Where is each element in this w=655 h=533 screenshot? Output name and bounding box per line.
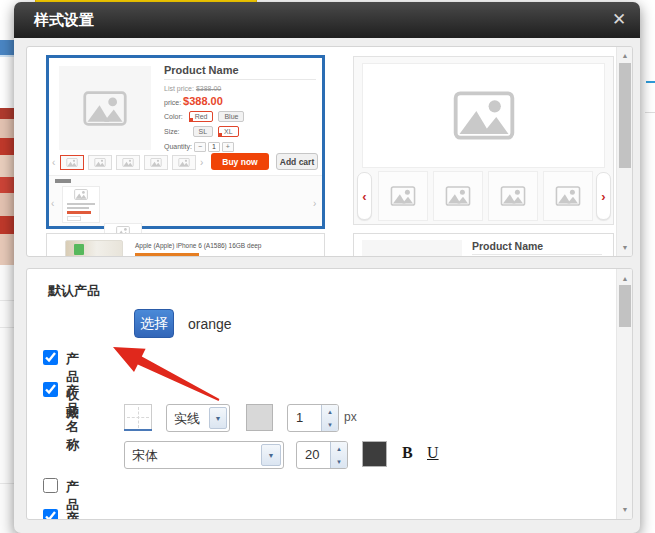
px-unit-label: px (344, 410, 357, 424)
scroll-up-icon[interactable]: ▲ (617, 275, 633, 282)
name-checkbox[interactable] (43, 382, 58, 397)
select-product-button[interactable]: 选择 (134, 309, 174, 338)
underline-button[interactable]: U (427, 444, 439, 462)
description-checkbox[interactable] (43, 478, 58, 493)
related-prev-icon[interactable]: ‹ (51, 199, 54, 209)
scrollbar-thumb[interactable] (619, 285, 631, 327)
spin-down-icon[interactable]: ▼ (331, 455, 347, 468)
thumbnail[interactable] (88, 155, 112, 170)
dropdown-button[interactable]: ▼ (261, 444, 281, 466)
scroll-down-icon[interactable]: ▼ (617, 506, 633, 513)
divider (164, 79, 316, 80)
border-width-value[interactable]: 1 (288, 405, 321, 431)
related-label (55, 179, 71, 183)
screenshot-root: 样式设置 ✕ Product Name List price: $388.00 … (0, 0, 655, 533)
background-right-blue-line (646, 81, 655, 83)
background-divider (0, 327, 14, 328)
thumb-prev-icon[interactable]: ‹ (52, 158, 55, 168)
template-card-list[interactable]: Apple (Apple) iPhone 6 (A1586) 16GB deep (46, 233, 325, 257)
gallery-image-placeholder (362, 63, 605, 168)
annotation-arrow (109, 343, 229, 409)
border-color-swatch[interactable] (246, 404, 273, 431)
thumb-next-icon[interactable]: › (200, 158, 203, 168)
gallery-scrollbar[interactable]: ▲ ▼ (616, 47, 633, 256)
stepper-buttons[interactable]: ▲ ▼ (330, 442, 347, 468)
size-chip-xl[interactable]: XL (218, 126, 239, 137)
border-side-picker[interactable] (124, 404, 152, 431)
border-style-value: 实线 (167, 405, 207, 431)
thumbnail[interactable] (172, 155, 196, 170)
style-settings-dialog: 样式设置 ✕ Product Name List price: $388.00 … (14, 2, 640, 533)
template-card-detail2[interactable]: Product Name List price: $388.00 (353, 233, 614, 257)
related-product-card[interactable] (62, 186, 100, 223)
default-product-label: 默认产品 (48, 282, 100, 300)
price-value: $388.00 (183, 95, 223, 107)
scroll-down-icon[interactable]: ▼ (617, 244, 633, 251)
size-chip-sl[interactable]: SL (193, 126, 214, 137)
scrollbar-thumb[interactable] (619, 63, 631, 168)
attributes-label: 产品属性 (66, 509, 79, 520)
background-left-blue-strip (0, 40, 14, 57)
background-left-promo-image (0, 108, 14, 265)
iphone-screen-detail (74, 244, 84, 255)
border-picker-bottom-active (124, 429, 152, 431)
color-chip-blue[interactable]: Blue (218, 111, 244, 122)
product-image-placeholder (59, 66, 151, 150)
image-icon (453, 91, 515, 140)
attributes-checkbox[interactable] (43, 509, 58, 520)
spin-up-icon[interactable]: ▲ (322, 405, 338, 418)
gallery-next-button[interactable]: › (596, 172, 611, 220)
color-chip-red[interactable]: Red (189, 111, 214, 122)
font-family-value: 宋体 (125, 442, 259, 468)
list-price-label: List price: (164, 85, 194, 92)
background-divider (0, 300, 14, 301)
thumbnail-selected[interactable] (60, 155, 84, 170)
border-picker-vline (138, 407, 139, 428)
template-card-selected[interactable]: Product Name List price: $388.00 price: … (46, 55, 325, 229)
settings-form-panel: 默认产品 选择 orange 产品收藏 产品名称 实线 ▼ (26, 268, 633, 520)
add-cart-button[interactable]: Add cart (276, 153, 318, 170)
preview-size-row: Size: SL XL (164, 126, 239, 137)
form-scrollbar[interactable]: ▲ ▼ (616, 269, 633, 519)
gallery-thumbnail[interactable] (433, 171, 483, 221)
favorite-checkbox[interactable] (43, 350, 58, 365)
dropdown-button[interactable]: ▼ (209, 407, 227, 429)
image-placeholder (362, 240, 462, 257)
preview-quantity-row: Quantity: − 1 + (164, 142, 234, 152)
dialog-title: 样式设置 (34, 11, 94, 30)
gallery-thumbnail[interactable] (378, 171, 428, 221)
template-card-gallery[interactable]: ‹ › (353, 56, 614, 225)
border-width-stepper[interactable]: 1 ▲ ▼ (287, 404, 339, 432)
border-style-dropdown[interactable]: 实线 ▼ (166, 404, 230, 432)
preview-list-price: List price: $388.00 (164, 85, 221, 92)
preview-product-name: Product Name (164, 64, 316, 76)
thumbnail[interactable] (144, 155, 168, 170)
selected-product-value: orange (188, 316, 232, 332)
size-label: Size: (164, 128, 180, 135)
stepper-buttons[interactable]: ▲ ▼ (321, 405, 338, 431)
iphone-item-title: Apple (Apple) iPhone 6 (A1586) 16GB deep (135, 242, 315, 249)
spin-down-icon[interactable]: ▼ (322, 418, 338, 431)
preview2-product-name: Product Name (472, 240, 602, 252)
gallery-prev-button[interactable]: ‹ (357, 172, 372, 220)
name-label: 产品名称 (66, 382, 79, 454)
quantity-value[interactable]: 1 (208, 142, 220, 152)
price-label: price: (164, 99, 181, 106)
font-family-dropdown[interactable]: 宋体 ▼ (124, 441, 284, 469)
color-label: Color: (164, 113, 183, 120)
quantity-minus-button[interactable]: − (194, 142, 206, 152)
thumbnail[interactable] (116, 155, 140, 170)
spin-up-icon[interactable]: ▲ (331, 442, 347, 455)
quantity-plus-button[interactable]: + (222, 142, 234, 152)
font-color-swatch[interactable] (362, 441, 387, 467)
chevron-down-icon: ▼ (215, 415, 222, 422)
bold-button[interactable]: B (402, 444, 413, 462)
font-size-stepper[interactable]: 20 ▲ ▼ (296, 441, 348, 469)
scroll-up-icon[interactable]: ▲ (617, 52, 633, 59)
gallery-thumbnail[interactable] (543, 171, 593, 221)
buy-now-button[interactable]: Buy now (211, 153, 269, 170)
font-size-value[interactable]: 20 (297, 442, 330, 468)
gallery-thumbnail[interactable] (488, 171, 538, 221)
close-icon[interactable]: ✕ (609, 10, 629, 30)
related-next-icon[interactable]: › (313, 199, 316, 209)
